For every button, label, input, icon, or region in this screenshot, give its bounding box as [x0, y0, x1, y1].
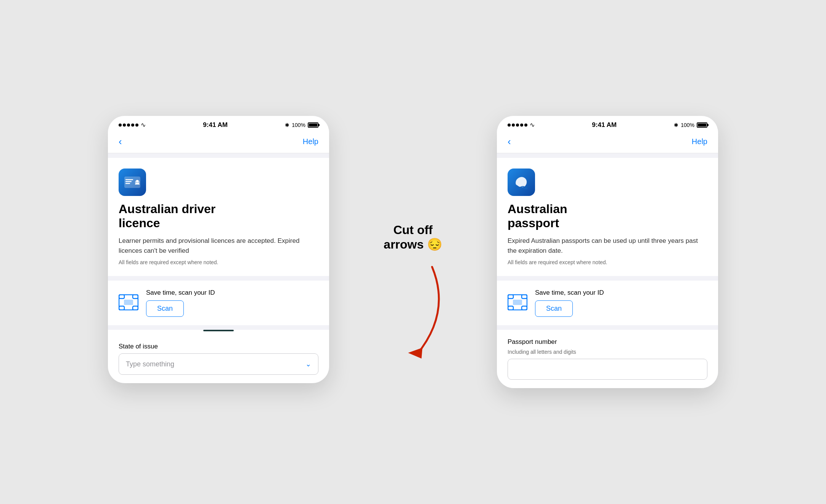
form-section-left: State of issue Type something ⌄ [108, 334, 329, 383]
wifi-icon-right: ∿ [530, 121, 535, 128]
status-bar-right: ∿ 9:41 AM ✱ 100% [497, 116, 718, 132]
time-right: 9:41 AM [592, 121, 617, 129]
phone-left: ∿ 9:41 AM ✱ 100% ‹ Help [108, 116, 329, 384]
time-left: 9:41 AM [203, 121, 228, 129]
licence-icon [119, 169, 146, 196]
battery-label-right: 100% [681, 122, 694, 128]
nav-bar-left: ‹ Help [108, 132, 329, 153]
state-select-placeholder: Type something [126, 360, 174, 368]
svg-point-5 [136, 180, 138, 182]
back-button-left[interactable]: ‹ [119, 136, 122, 148]
scan-section-right: Save time, scan your ID Scan [497, 281, 718, 325]
status-right-right: ✱ 100% [674, 122, 707, 128]
svg-rect-2 [125, 181, 132, 182]
passport-desc: Expired Australian passports can be used… [508, 236, 707, 255]
scroll-indicator-left [203, 330, 234, 331]
scan-id-icon-right [508, 294, 527, 312]
page-container: ∿ 9:41 AM ✱ 100% ‹ Help [0, 0, 826, 504]
scan-id-icon-left [119, 294, 138, 312]
nav-bar-right: ‹ Help [497, 132, 718, 153]
scan-content-left: Save time, scan your ID Scan [146, 289, 318, 317]
battery-icon-left [308, 122, 318, 128]
passport-number-label: Passport number [508, 338, 707, 346]
scan-label-left: Save time, scan your ID [146, 289, 318, 297]
doc-card-right: Australian passport Expired Australian p… [497, 158, 718, 276]
phones-wrapper: ∿ 9:41 AM ✱ 100% ‹ Help [108, 116, 718, 388]
status-left: ∿ [119, 121, 146, 128]
svg-rect-1 [125, 179, 133, 180]
battery-label-left: 100% [292, 122, 305, 128]
annotation-wrapper: Cut off arrows 😔 [352, 116, 474, 370]
passport-note: All fields are required except where not… [508, 259, 707, 265]
scan-label-right: Save time, scan your ID [535, 289, 707, 297]
licence-title: Australian driver licence [119, 202, 318, 230]
passport-icon [508, 169, 535, 196]
state-field-label: State of issue [119, 343, 318, 350]
svg-rect-18 [513, 300, 522, 305]
state-select[interactable]: Type something ⌄ [119, 353, 318, 375]
passport-number-input[interactable] [508, 359, 707, 380]
chevron-down-icon: ⌄ [305, 360, 311, 368]
bluetooth-icon: ✱ [285, 122, 289, 128]
phone-right: ∿ 9:41 AM ✱ 100% ‹ Help [497, 116, 718, 388]
form-section-right: Passport number Including all letters an… [497, 330, 718, 388]
status-bar-left: ∿ 9:41 AM ✱ 100% [108, 116, 329, 132]
svg-rect-3 [125, 183, 130, 184]
battery-icon-right [697, 122, 707, 128]
licence-note: All fields are required except where not… [119, 259, 318, 265]
annotation-text: Cut off arrows 😔 [384, 223, 442, 252]
licence-desc: Learner permits and provisional licences… [119, 236, 318, 255]
doc-card-left: Australian driver licence Learner permit… [108, 158, 329, 276]
scan-button-left[interactable]: Scan [146, 300, 184, 317]
scan-section-left: Save time, scan your ID Scan [108, 281, 329, 325]
passport-title: Australian passport [508, 202, 707, 230]
help-link-right[interactable]: Help [692, 137, 707, 146]
signal-icon-right [508, 124, 527, 127]
annotation-arrow [363, 255, 463, 370]
status-left-right: ∿ [508, 121, 535, 128]
scan-button-right[interactable]: Scan [535, 300, 573, 317]
wifi-icon: ∿ [141, 121, 146, 128]
bluetooth-icon-right: ✱ [674, 122, 678, 128]
back-button-right[interactable]: ‹ [508, 136, 511, 148]
svg-rect-11 [124, 300, 133, 305]
status-right-left: ✱ 100% [285, 122, 318, 128]
scan-content-right: Save time, scan your ID Scan [535, 289, 707, 317]
passport-number-sublabel: Including all letters and digits [508, 349, 707, 355]
signal-icon [119, 124, 138, 127]
annotation-emoji: 😔 [427, 238, 442, 251]
svg-marker-12 [408, 348, 426, 362]
help-link-left[interactable]: Help [303, 137, 318, 146]
